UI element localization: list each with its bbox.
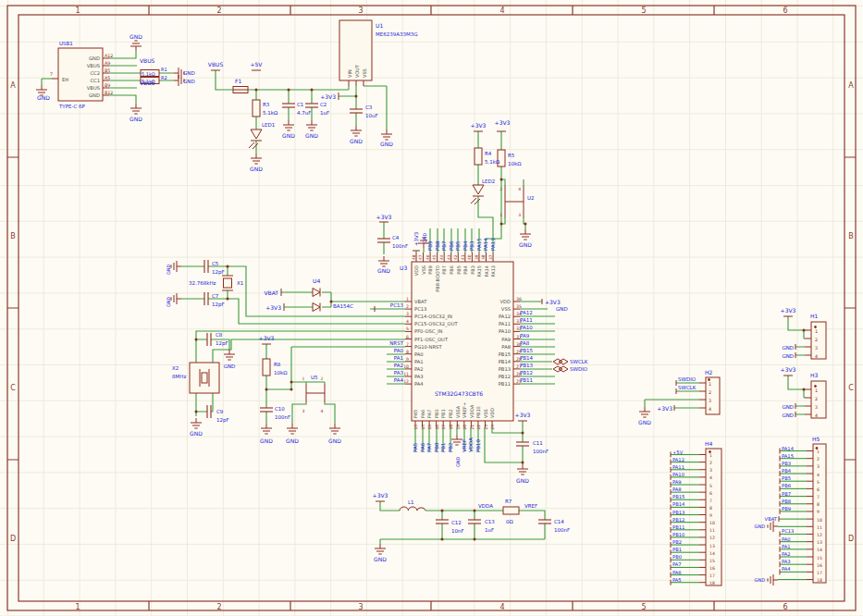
capacitor-c5[interactable] xyxy=(204,260,208,273)
net-label: PB5 xyxy=(455,240,461,251)
r4-value: 5.1kΩ xyxy=(485,159,499,165)
capacitor-c4[interactable] xyxy=(377,239,390,242)
usb-pin-name: EH xyxy=(62,77,68,82)
header-h1-body[interactable] xyxy=(811,322,826,359)
header-h3-body[interactable] xyxy=(811,381,826,418)
capacitor-c12[interactable] xyxy=(436,520,449,524)
gnd-label: GND xyxy=(224,363,236,369)
border-column: 1 xyxy=(75,603,80,611)
usb-designator: USB1 xyxy=(59,41,73,46)
net-label: PB8 xyxy=(435,240,440,251)
c12-designator: C12 xyxy=(451,520,462,525)
gnd-label: GND xyxy=(377,267,390,274)
header-pin-number: 3 xyxy=(709,468,712,473)
resistor-r8[interactable] xyxy=(263,359,270,376)
pin-number: 4 xyxy=(815,354,818,359)
h4-designator: H4 xyxy=(705,440,713,447)
gnd-label: GND xyxy=(516,477,529,484)
mcu-pin-number: 41 xyxy=(461,254,465,260)
border-row: C xyxy=(848,384,854,392)
mcu-pin-name: PA7 xyxy=(426,410,432,418)
gnd-label: GND xyxy=(519,241,532,248)
capacitor-c3[interactable] xyxy=(350,109,363,113)
capacitor-c11[interactable] xyxy=(516,442,529,446)
c2-value: 1uF xyxy=(320,110,329,116)
header-h5-body[interactable] xyxy=(813,444,826,583)
mcu-pin-name: PA15 xyxy=(476,265,482,277)
led2-icon[interactable] xyxy=(471,185,484,204)
mcu-pin-number: 5 xyxy=(406,326,409,331)
capacitor-c2[interactable] xyxy=(305,104,318,107)
gnd-icon xyxy=(381,129,392,140)
u2-designator: U2 xyxy=(527,195,535,201)
mcu-pin-name: VSS xyxy=(501,306,511,312)
net-label: PB14 xyxy=(672,501,685,507)
mcu-pin-number: 44 xyxy=(439,254,444,260)
header-pin-number: 11 xyxy=(817,525,822,530)
mcu-pin-number: 21 xyxy=(470,425,475,430)
pin-number: 1 xyxy=(709,382,711,387)
mcu-pin-number: 13 xyxy=(413,425,418,430)
capacitor-c8[interactable] xyxy=(207,333,211,346)
gnd-label: GND xyxy=(37,94,50,101)
mcu-pin-number: 42 xyxy=(453,254,458,260)
header-pin-number: 12 xyxy=(817,533,822,537)
header-h4-body[interactable] xyxy=(706,449,721,585)
power-label: +3V3 xyxy=(781,366,796,373)
c4-value: 100nF xyxy=(392,243,408,249)
net-label: PB2 xyxy=(672,539,682,545)
border-column: 6 xyxy=(783,603,787,611)
h1-designator: H1 xyxy=(810,313,819,319)
c5-designator: C5 xyxy=(212,261,219,266)
r3-value: 5.1kΩ xyxy=(263,110,277,116)
mcu-pin-name: PA14 xyxy=(484,265,489,277)
capacitor-c10[interactable] xyxy=(260,408,273,412)
net-label: PA0 xyxy=(394,348,404,353)
mcu-pin-name: PA12 xyxy=(499,314,511,319)
gnd-label: GND xyxy=(374,556,387,562)
resistor-r4[interactable] xyxy=(475,148,482,165)
net-label: SWCLK xyxy=(678,385,697,390)
pin-number: 3 xyxy=(815,405,818,410)
capacitor-c13[interactable] xyxy=(468,520,481,524)
mcu-pin-number: 46 xyxy=(425,254,430,260)
mcu-pin-name: VDD xyxy=(499,299,511,304)
net-label: PB15 xyxy=(672,494,684,499)
mcu-pin-name: PA5 xyxy=(413,410,418,418)
capacitor-c7[interactable] xyxy=(204,292,208,305)
x1-value: 32.768kHz xyxy=(189,280,216,286)
net-label: VBUS xyxy=(140,57,155,64)
mcu-pin-number: 17 xyxy=(441,425,446,430)
mcu-part: STM32G473CBT6 xyxy=(435,390,483,397)
pin-number: 2 xyxy=(321,376,324,381)
mcu-pin-name: VSS xyxy=(421,265,426,275)
resistor-r3[interactable] xyxy=(253,100,260,117)
pin-number: 1 xyxy=(815,388,818,393)
net-label: PA4 xyxy=(394,377,404,383)
header-pin-number: 13 xyxy=(709,544,715,548)
capacitor-c9[interactable] xyxy=(207,405,211,418)
diode-u4a-icon[interactable] xyxy=(313,289,320,297)
net-label: PB10 xyxy=(672,532,684,537)
gnd-label: GND xyxy=(166,264,171,275)
capacitor-c1[interactable] xyxy=(282,104,295,107)
capacitor-c14[interactable] xyxy=(538,520,551,524)
resistor-r7[interactable] xyxy=(503,507,519,514)
net-label: PA12 xyxy=(672,457,684,462)
led1-icon[interactable] xyxy=(249,129,262,149)
net-label: PB0 xyxy=(672,554,682,560)
net-label: PB13 xyxy=(672,510,684,515)
net-label: PA4 xyxy=(782,566,791,572)
header-pin-number: 7 xyxy=(709,499,712,503)
net-label: PA14 xyxy=(782,446,795,451)
power-label: +3V3 xyxy=(320,93,336,100)
h3-designator: H3 xyxy=(810,372,819,378)
mcu-pin-number: 18 xyxy=(449,425,453,430)
mcu-pin-number: 22 xyxy=(476,425,481,430)
pin-number: 1 xyxy=(499,213,502,217)
diode-u4b-icon[interactable] xyxy=(313,303,320,312)
mcu-pin-name: VDD xyxy=(413,265,419,276)
c13-designator: C13 xyxy=(485,519,495,524)
gnd-label: GND xyxy=(782,413,794,418)
border-row: B xyxy=(10,232,16,240)
